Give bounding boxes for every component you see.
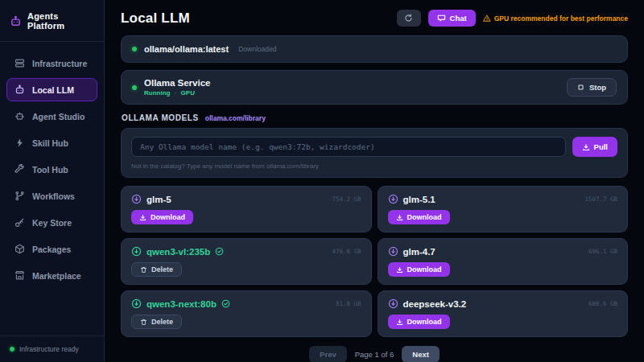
circle-arrow-down-icon — [131, 246, 142, 257]
gpu-notice-label: GPU recommended for best performance — [494, 14, 628, 23]
download-button[interactable]: Download — [388, 262, 450, 277]
page-info: Page 1 of 6 — [355, 350, 394, 359]
chat-icon — [437, 14, 446, 23]
gpu-notice: GPU recommended for best performance — [483, 14, 628, 23]
model-id: glm-5.1 — [388, 194, 436, 204]
model-name: glm-5.1 — [403, 195, 436, 204]
trash-icon — [140, 266, 147, 274]
ollama-image-card: ollama/ollama:latest Downloaded — [121, 35, 628, 63]
model-id: qwen3-vl:235b — [131, 246, 224, 257]
sidebar-status-label: Infrastructure ready — [19, 345, 79, 353]
check-circle-icon — [215, 247, 224, 256]
download-button[interactable]: Download — [388, 315, 450, 329]
prev-page-button[interactable]: Prev — [309, 346, 347, 362]
ollama-pull-button[interactable]: Pull — [572, 137, 617, 157]
sidebar-item-tool-hub[interactable]: Tool Hub — [6, 158, 97, 181]
sidebar-item-workflows[interactable]: Workflows — [6, 184, 97, 208]
page-title: Local LLM — [121, 10, 190, 27]
sidebar: Agents Platform Infrastructure — [0, 0, 105, 362]
download-button-label: Download — [407, 318, 442, 326]
brand-label: Agents Platform — [27, 11, 94, 31]
pull-button-label: Pull — [594, 142, 608, 151]
trash-icon — [140, 319, 147, 326]
download-button-label: Download — [407, 213, 442, 221]
sidebar-item-label: Infrastructure — [32, 59, 87, 68]
model-top: qwen3-next:80b 81.8 GB — [131, 298, 361, 309]
circle-arrow-down-icon — [388, 194, 398, 204]
model-name: glm-4.7 — [403, 247, 436, 257]
service-running-label: Running — [144, 89, 170, 97]
bot-icon — [14, 111, 25, 121]
model-name: glm-5 — [147, 195, 171, 204]
sidebar-item-infrastructure[interactable]: Infrastructure — [6, 51, 97, 75]
model-card-glm-5: glm-5 754.2 GB Download — [121, 186, 372, 232]
stop-button-label: Stop — [589, 83, 606, 92]
service-mode-label: GPU — [181, 89, 195, 97]
pagination: Prev Page 1 of 6 Next — [121, 346, 628, 362]
model-id: glm-5 — [131, 194, 171, 204]
refresh-button[interactable] — [397, 10, 421, 27]
sidebar-item-skill-hub[interactable]: Skill Hub — [6, 131, 97, 154]
model-size: 470.8 GB — [332, 246, 361, 255]
ollama-service-card: Ollama Service Running · GPU Stop — [121, 70, 628, 105]
model-name: deepseek-v3.2 — [403, 299, 467, 309]
server-icon — [14, 58, 25, 68]
model-grid: glm-5 754.2 GB Download — [121, 186, 628, 337]
status-dot-green — [10, 347, 14, 352]
package-icon — [14, 244, 25, 254]
circle-arrow-down-icon — [388, 298, 398, 309]
download-button[interactable]: Download — [131, 210, 193, 224]
download-button[interactable]: Download — [388, 210, 450, 224]
sidebar-item-agent-studio[interactable]: Agent Studio — [6, 105, 97, 128]
model-top: deepseek-v3.2 688.6 GB — [388, 298, 618, 309]
brand: Agents Platform — [0, 0, 104, 42]
stop-button[interactable]: Stop — [567, 78, 617, 97]
sidebar-item-label: Packages — [32, 245, 71, 254]
model-size: 1507.7 GB — [584, 194, 617, 203]
chat-button-label: Chat — [450, 14, 467, 23]
header-actions: Chat GPU recommended for best performanc… — [397, 10, 628, 27]
model-top: glm-5.1 1507.7 GB — [388, 194, 618, 204]
model-card-deepseek-v3-2: deepseek-v3.2 688.6 GB Download — [378, 290, 629, 337]
sidebar-item-label: Tool Hub — [32, 165, 68, 175]
chat-button[interactable]: Chat — [428, 10, 476, 27]
service-separator: · — [175, 89, 177, 97]
service-status: Running · GPU — [144, 89, 559, 97]
circle-arrow-down-icon — [388, 246, 398, 257]
ollama-model-search-input[interactable] — [131, 137, 566, 157]
circle-arrow-down-icon — [131, 298, 142, 309]
model-top: glm-5 754.2 GB — [131, 194, 361, 204]
ollama-library-link[interactable]: ollama.com/library — [205, 114, 266, 122]
store-icon — [14, 270, 25, 281]
delete-button[interactable]: Delete — [131, 315, 182, 329]
ollama-models-section-head: OLLAMA MODELS ollama.com/library — [122, 113, 627, 122]
sidebar-item-local-llm[interactable]: Local LLM — [6, 78, 97, 101]
status-dot-green — [132, 85, 137, 90]
model-id: deepseek-v3.2 — [388, 298, 467, 309]
key-icon — [14, 217, 25, 228]
refresh-icon — [404, 14, 413, 23]
sidebar-item-packages[interactable]: Packages — [6, 237, 97, 261]
download-icon — [396, 319, 403, 326]
ollama-search-panel: Pull Not in the catalog? Type any model … — [121, 128, 628, 178]
sidebar-item-key-store[interactable]: Key Store — [6, 211, 97, 234]
lightning-icon — [14, 138, 25, 148]
download-icon — [396, 266, 403, 274]
next-page-button[interactable]: Next — [402, 346, 440, 362]
sidebar-item-marketplace[interactable]: Marketplace — [6, 264, 97, 287]
sidebar-item-label: Workflows — [32, 191, 75, 201]
branch-icon — [14, 191, 25, 201]
model-card-glm-4-7: glm-4.7 696.1 GB Download — [378, 238, 629, 285]
page-header: Local LLM Chat — [121, 10, 628, 27]
circle-arrow-down-icon — [131, 194, 142, 204]
check-circle-icon — [221, 299, 230, 308]
service-name: Ollama Service — [144, 78, 559, 88]
section-title: OLLAMA MODELS — [122, 113, 199, 122]
delete-button[interactable]: Delete — [131, 262, 182, 277]
stop-icon — [577, 84, 584, 91]
sidebar-item-label: Skill Hub — [32, 138, 68, 148]
model-card-glm-5-1: glm-5.1 1507.7 GB Download — [378, 186, 629, 232]
service-info: Ollama Service Running · GPU — [144, 78, 559, 97]
download-button-label: Download — [407, 265, 442, 274]
sidebar-status: Infrastructure ready — [0, 335, 104, 362]
